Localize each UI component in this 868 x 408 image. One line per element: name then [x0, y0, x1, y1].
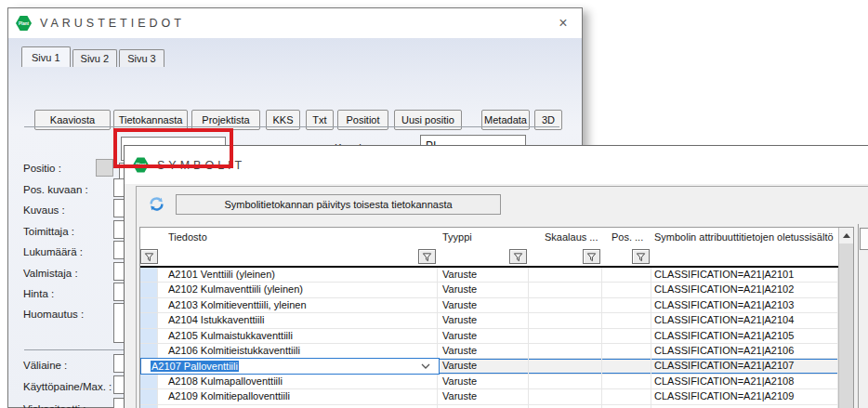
cell-tiedosto[interactable]: A2103 Kolmitieventtiili, yleinen [158, 298, 438, 312]
cell-attrs[interactable] [651, 405, 838, 408]
cell-tiedosto[interactable]: A2106 Kolmitieistukkaventtiili [158, 344, 438, 358]
tab-sivu[interactable]: Sivu 3 [119, 49, 164, 67]
cell-tyyppi[interactable]: Varuste [438, 329, 529, 343]
table-row[interactable]: A2109 Kolmitiepalloventtiili Varuste CLA… [140, 389, 838, 404]
filter-funnel-icon[interactable] [140, 249, 158, 264]
cell-pos[interactable] [602, 359, 651, 373]
table-row[interactable]: A2101 Venttiili (yleinen) Varuste CLASSI… [140, 268, 838, 283]
cell-tyyppi[interactable]: Varuste [438, 359, 529, 373]
cell-skaalaus[interactable] [529, 298, 602, 312]
cell-skaalaus[interactable] [529, 268, 602, 282]
row-selector-cell[interactable] [140, 313, 158, 327]
update-symbol-db-button[interactable]: Symbolitietokannan päivitys toisesta tie… [176, 194, 501, 215]
cell-tyyppi[interactable]: Varuste [438, 313, 529, 327]
cell-pos[interactable] [602, 313, 651, 327]
vertical-scrollbar[interactable] [838, 228, 853, 408]
cell-pos[interactable] [602, 405, 651, 408]
cell-tiedosto[interactable]: A2108 Kulmapalloventtiili [158, 375, 438, 388]
col-header-pos[interactable]: Pos. ... [602, 228, 651, 249]
cell-attrs[interactable]: CLASSIFICATION=A21|A2106 [651, 344, 838, 358]
cell-pos[interactable] [602, 344, 651, 358]
cell-attrs[interactable]: CLASSIFICATION=A21|A2104 [651, 313, 838, 327]
row-selector-cell[interactable] [140, 268, 158, 282]
col-header-tiedosto[interactable]: Tiedosto [158, 228, 438, 249]
filter-funnel-icon[interactable] [509, 249, 527, 264]
cell-skaalaus[interactable] [529, 375, 602, 388]
table-row[interactable]: A2107 Palloventtiili Varuste CLASSIFICAT… [140, 359, 838, 374]
cell-skaalaus[interactable] [529, 313, 602, 327]
tab-sivu[interactable]: Sivu 2 [72, 49, 118, 67]
table-row[interactable]: A2103 Kolmitieventtiili, yleinen Varuste… [140, 298, 838, 313]
refresh-icon[interactable] [148, 195, 165, 213]
cell-skaalaus[interactable] [529, 344, 602, 358]
field-label: Väliaine : [23, 355, 112, 376]
cell-attrs[interactable]: CLASSIFICATION=A21|A2109 [651, 389, 838, 403]
col-header-attrs[interactable]: Symbolin attribuuttitietojen oletussisäl… [651, 228, 838, 249]
left-field-labels: Pos. kuvaan :Kuvaus :Toimittaja :Lukumää… [23, 179, 88, 325]
cell-tiedosto[interactable]: A2104 Istukkaventtiili [158, 313, 438, 327]
table-filter-row [140, 249, 838, 268]
panel-right-edge [858, 224, 859, 408]
tab-sivu[interactable]: Sivu 1 [21, 46, 71, 67]
row-selector-cell[interactable] [140, 375, 158, 388]
cell-attrs[interactable]: CLASSIFICATION=A21|A2101 [651, 268, 838, 282]
field-label: Hinta : [23, 283, 88, 304]
cell-tyyppi[interactable]: Varuste [438, 298, 529, 312]
cell-tiedosto[interactable]: A2105 Kulmaistukkaventtiili [158, 329, 438, 343]
filter-funnel-icon[interactable] [632, 249, 650, 264]
cell-pos[interactable] [602, 268, 651, 282]
row-selector-cell[interactable] [140, 298, 158, 312]
cell-tiedosto[interactable] [158, 405, 438, 408]
cell-skaalaus[interactable] [529, 389, 602, 403]
window-title: VARUSTETIEDOT [40, 17, 185, 30]
row-selector-cell[interactable] [140, 329, 158, 343]
cell-pos[interactable] [602, 283, 651, 296]
table-row[interactable]: A2108 Kulmapalloventtiili Varuste CLASSI… [140, 375, 838, 389]
table-body: A2101 Venttiili (yleinen) Varuste CLASSI… [140, 268, 838, 408]
cell-skaalaus[interactable] [529, 329, 602, 343]
table-row[interactable]: A2102 Kulmaventtiili (yleinen) Varuste C… [140, 283, 838, 297]
positio-picker-button[interactable] [96, 159, 113, 177]
cell-pos[interactable] [602, 375, 651, 388]
close-icon[interactable]: × [553, 13, 573, 33]
cell-tyyppi[interactable]: Varuste [438, 268, 529, 282]
field-label: Käyttöpaine/Max. : [23, 376, 112, 398]
cell-attrs[interactable]: CLASSIFICATION=A21|A2102 [651, 283, 838, 296]
cell-tiedosto[interactable]: A2109 Kolmitiepalloventtiili [158, 389, 438, 403]
cell-pos[interactable] [602, 389, 651, 403]
cell-attrs[interactable]: CLASSIFICATION=A21|A2105 [651, 329, 838, 343]
file-edit-combobox[interactable]: A2107 Palloventtiili [140, 358, 440, 375]
cell-pos[interactable] [602, 298, 651, 312]
filter-funnel-icon[interactable] [418, 249, 436, 264]
cell-skaalaus[interactable] [529, 283, 602, 296]
filter-funnel-icon[interactable] [583, 249, 600, 264]
varustetiedot-titlebar[interactable]: Plant VARUSTETIEDOT × [8, 8, 582, 38]
cell-tyyppi[interactable] [438, 405, 529, 408]
cell-tyyppi[interactable]: Varuste [438, 283, 529, 296]
row-selector-cell[interactable] [140, 283, 158, 296]
cell-attrs[interactable]: CLASSIFICATION=A21|A2108 [651, 375, 838, 388]
cell-attrs[interactable]: CLASSIFICATION=A21|A2107 [651, 359, 838, 373]
cell-tyyppi[interactable]: Varuste [438, 375, 529, 388]
cell-tiedosto[interactable]: A2101 Venttiili (yleinen) [158, 268, 438, 282]
table-row[interactable]: A2104 Istukkaventtiili Varuste CLASSIFIC… [140, 313, 838, 328]
row-selector-cell[interactable] [140, 405, 158, 408]
table-row[interactable]: A2105 Kulmaistukkaventtiili Varuste CLAS… [140, 329, 838, 344]
cell-pos[interactable] [602, 329, 651, 343]
table-row[interactable]: A2106 Kolmitieistukkaventtiili Varuste C… [140, 344, 838, 359]
symbolit-titlebar[interactable]: Plant SYMBOLIT [125, 146, 868, 184]
table-row[interactable] [140, 405, 838, 408]
cell-skaalaus[interactable] [529, 405, 602, 408]
cell-tyyppi[interactable]: Varuste [438, 389, 529, 403]
row-selector-cell[interactable] [140, 344, 158, 358]
cell-tiedosto[interactable]: A2102 Kulmaventtiili (yleinen) [158, 283, 438, 296]
col-header-skaalaus[interactable]: Skaalaus ... [529, 228, 602, 249]
cell-attrs[interactable]: CLASSIFICATION=A21|A2103 [651, 298, 838, 312]
row-selector-cell[interactable] [140, 389, 158, 403]
cell-tyyppi[interactable]: Varuste [438, 344, 529, 358]
screenshot-root: Plant VARUSTETIEDOT × Sivu 1Sivu 2Sivu 3… [0, 0, 868, 408]
cell-skaalaus[interactable] [529, 359, 602, 373]
scrollbar-up-button[interactable] [839, 228, 853, 243]
lower-field-labels: Väliaine :Käyttöpaine/Max. :Viskositeett… [23, 355, 112, 408]
col-header-tyyppi[interactable]: Tyyppi [438, 228, 529, 249]
